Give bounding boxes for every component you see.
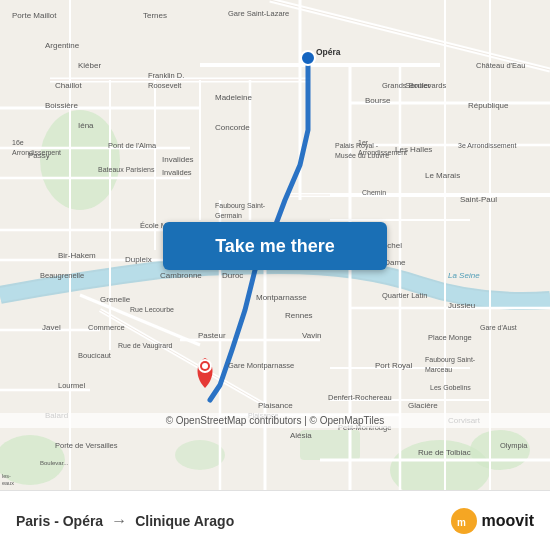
svg-text:Chaillot: Chaillot xyxy=(55,81,82,90)
route-arrow-icon: → xyxy=(111,512,127,530)
svg-text:Lourmel: Lourmel xyxy=(58,381,85,390)
svg-text:Place Monge: Place Monge xyxy=(428,333,472,342)
svg-text:Commerce: Commerce xyxy=(88,323,125,332)
svg-text:Germain: Germain xyxy=(215,212,242,219)
svg-text:Château d'Eau: Château d'Eau xyxy=(476,61,525,70)
svg-text:Rue de Tolbiac: Rue de Tolbiac xyxy=(418,448,471,457)
svg-text:Bateaux Parisiens: Bateaux Parisiens xyxy=(98,166,155,173)
route-info: Paris - Opéra → Clinique Arago xyxy=(16,512,450,530)
svg-text:Iéna: Iéna xyxy=(78,121,94,130)
svg-text:16e: 16e xyxy=(12,139,24,146)
svg-text:Concorde: Concorde xyxy=(215,123,250,132)
svg-text:Denfert-Rochereau: Denfert-Rochereau xyxy=(328,393,392,402)
svg-text:Faubourg Saint-: Faubourg Saint- xyxy=(215,202,266,210)
svg-text:Porte de Versailles: Porte de Versailles xyxy=(55,441,118,450)
svg-text:Invalides: Invalides xyxy=(162,155,194,164)
svg-text:Saint-Paul: Saint-Paul xyxy=(460,195,497,204)
svg-text:Rue de Vaugirard: Rue de Vaugirard xyxy=(118,342,172,350)
svg-text:Argentine: Argentine xyxy=(45,41,80,50)
svg-point-129 xyxy=(202,363,208,369)
svg-text:Gare d'Aust: Gare d'Aust xyxy=(480,324,517,331)
svg-text:Montparnasse: Montparnasse xyxy=(256,293,307,302)
svg-text:Madeleine: Madeleine xyxy=(215,93,252,102)
svg-point-6 xyxy=(175,440,225,470)
svg-text:Boucicaut: Boucicaut xyxy=(78,351,112,360)
svg-text:Vavin: Vavin xyxy=(302,331,321,340)
svg-text:Opéra: Opéra xyxy=(316,47,341,57)
svg-text:Grenelle: Grenelle xyxy=(100,295,131,304)
svg-text:Bourse: Bourse xyxy=(365,96,391,105)
route-from-label: Paris - Opéra xyxy=(16,513,103,529)
svg-text:Olympia: Olympia xyxy=(500,441,528,450)
svg-text:Plaisance: Plaisance xyxy=(258,401,293,410)
svg-text:Marceau: Marceau xyxy=(425,366,452,373)
svg-text:Duroc: Duroc xyxy=(222,271,243,280)
svg-text:Jussieu: Jussieu xyxy=(448,301,475,310)
svg-text:Roosevelt: Roosevelt xyxy=(148,81,182,90)
bottom-bar: Paris - Opéra → Clinique Arago m moovit xyxy=(0,490,550,550)
svg-text:Arrondissement: Arrondissement xyxy=(12,149,61,156)
svg-point-4 xyxy=(470,430,530,470)
svg-text:Rue Lecourbe: Rue Lecourbe xyxy=(130,306,174,313)
take-me-there-button[interactable]: Take me there xyxy=(163,222,387,270)
svg-text:Quartier Latin: Quartier Latin xyxy=(382,291,427,300)
svg-text:3e Arrondissement: 3e Arrondissement xyxy=(458,142,516,149)
svg-text:Dupleix: Dupleix xyxy=(125,255,152,264)
moovit-brand-name: moovit xyxy=(482,512,534,530)
svg-text:Franklin D.: Franklin D. xyxy=(148,71,184,80)
route-to-label: Clinique Arago xyxy=(135,513,234,529)
svg-text:Porte Maillot: Porte Maillot xyxy=(12,11,57,20)
svg-text:Boulevar...: Boulevar... xyxy=(40,460,69,466)
svg-text:Glacière: Glacière xyxy=(408,401,438,410)
svg-text:Cambronne: Cambronne xyxy=(160,271,202,280)
svg-text:Bir-Hakem: Bir-Hakem xyxy=(58,251,96,260)
svg-text:eaux: eaux xyxy=(2,480,14,486)
svg-text:Rennes: Rennes xyxy=(285,311,313,320)
svg-text:Faubourg Saint-: Faubourg Saint- xyxy=(425,356,476,364)
svg-text:Arrondissement: Arrondissement xyxy=(358,149,407,156)
svg-text:République: République xyxy=(468,101,509,110)
svg-text:Gare Montparnasse: Gare Montparnasse xyxy=(228,361,294,370)
svg-text:Sentier: Sentier xyxy=(405,81,431,90)
svg-text:m: m xyxy=(457,517,466,528)
moovit-logo-icon: m xyxy=(450,507,478,535)
moovit-logo: m moovit xyxy=(450,507,534,535)
svg-point-126 xyxy=(304,54,312,62)
svg-text:Gare Saint-Lazare: Gare Saint-Lazare xyxy=(228,9,289,18)
svg-text:Les Gobelins: Les Gobelins xyxy=(430,384,471,391)
svg-text:Kléber: Kléber xyxy=(78,61,101,70)
svg-text:Alésia: Alésia xyxy=(290,431,312,440)
svg-text:Pasteur: Pasteur xyxy=(198,331,226,340)
svg-text:Chemin: Chemin xyxy=(362,189,386,196)
svg-text:Ternes: Ternes xyxy=(143,11,167,20)
map-container: Porte Maillot Ternes Gare Saint-Lazare O… xyxy=(0,0,550,490)
map-attribution: © OpenStreetMap contributors | © OpenMap… xyxy=(0,413,550,428)
svg-text:1er: 1er xyxy=(358,139,369,146)
svg-text:La Seine: La Seine xyxy=(448,271,480,280)
svg-text:les-: les- xyxy=(2,473,11,479)
svg-text:Javel: Javel xyxy=(42,323,61,332)
svg-text:Pont de l'Alma: Pont de l'Alma xyxy=(108,141,157,150)
svg-text:Port Royal: Port Royal xyxy=(375,361,413,370)
svg-text:Boissière: Boissière xyxy=(45,101,78,110)
svg-text:Invalides: Invalides xyxy=(162,168,192,177)
svg-text:Beaugrenelle: Beaugrenelle xyxy=(40,271,84,280)
svg-text:Le Marais: Le Marais xyxy=(425,171,460,180)
